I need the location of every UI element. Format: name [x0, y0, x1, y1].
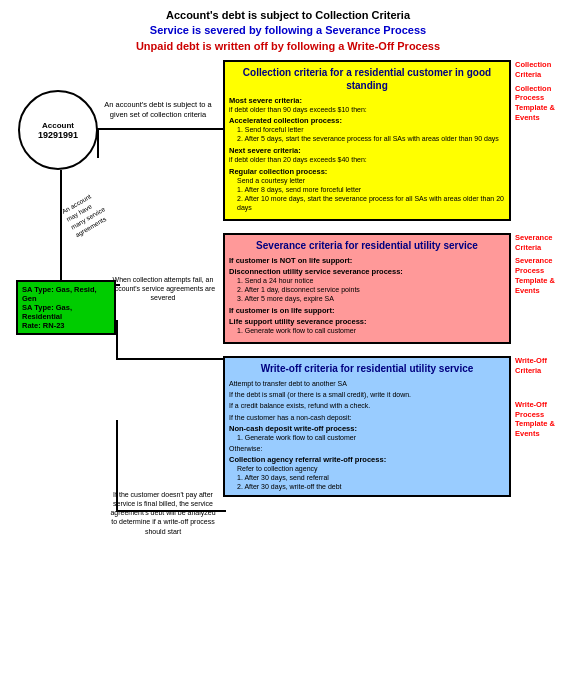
callout-writeoff: If the customer doesn't pay after servic…: [108, 490, 218, 535]
writeoff-item4-process: Non-cash deposit write-off process:: [229, 424, 505, 433]
writeoff-item4-body: 1. Generate work flow to call customer: [229, 433, 505, 442]
arrow-to-writeoff: [116, 420, 118, 510]
most-severe-header: Most severe criteria:: [229, 96, 505, 105]
header-line1: Account's debt is subject to Collection …: [8, 8, 568, 23]
collection-box: Collection criteria for a residential cu…: [223, 60, 511, 221]
header-line3: Unpaid debt is written off by following …: [8, 39, 568, 54]
severance-section: Severance criteria for residential utili…: [223, 233, 568, 344]
collection-labels: Collection Criteria Collection Process T…: [513, 60, 568, 123]
severance-box-title: Severance criteria for residential utili…: [229, 239, 505, 252]
collection-label1: Collection Criteria: [515, 60, 568, 80]
regular-body: Send a courtesy letter 1. After 8 days, …: [229, 176, 505, 212]
sa-line2: SA Type: Gas, Residential: [22, 303, 110, 321]
writeoff-box: Write-off criteria for residential utili…: [223, 356, 511, 497]
main-container: Account's debt is subject to Collection …: [0, 0, 576, 690]
severance-box: Severance criteria for residential utili…: [223, 233, 511, 344]
most-severe-body: if debt older than 90 days exceeds $10 t…: [229, 105, 505, 114]
next-severe-section: Next severe criteria: if debt older than…: [229, 146, 505, 211]
sa-box: SA Type: Gas, Resid, Gen SA Type: Gas, R…: [16, 280, 116, 335]
writeoff-item3: If a credit balance exists, refund with …: [229, 401, 505, 410]
writeoff-box-wrapper: Write-off criteria for residential utili…: [223, 356, 511, 497]
accelerated-header: Accelerated collection process:: [229, 116, 505, 125]
next-severe-body: if debt older than 20 days exceeds $40 t…: [229, 155, 505, 164]
writeoff-item2: If the debt is small (or there is a smal…: [229, 390, 505, 399]
not-life-support-section: If customer is NOT on life support: Disc…: [229, 256, 505, 303]
not-life-support-body: 1. Send a 24 hour notice 2. After 1 day,…: [229, 276, 505, 303]
collection-section: Collection criteria for a residential cu…: [223, 60, 568, 221]
arrow-h-writeoff: [116, 510, 226, 512]
severance-label1: Severance Criteria: [515, 233, 568, 253]
writeoff-item1: Attempt to transfer debt to another SA: [229, 379, 505, 388]
writeoff-item4: If the customer has a non-cash deposit:: [229, 413, 505, 422]
collection-label2: Collection Process Template & Events: [515, 84, 568, 123]
next-severe-header: Next severe criteria:: [229, 146, 505, 155]
writeoff-label1: Write-Off Criteria: [515, 356, 568, 376]
writeoff-item5-body: Refer to collection agency 1. After 30 d…: [229, 464, 505, 491]
life-support-process: Life support utility severance process:: [229, 317, 505, 326]
most-severe-section: Most severe criteria: if debt older than…: [229, 96, 505, 143]
sa-line3: Rate: RN-23: [22, 321, 110, 330]
severance-labels: Severance Criteria Severance Process Tem…: [513, 233, 568, 296]
life-support-section: If customer is on life support: Life sup…: [229, 306, 505, 335]
writeoff-labels: Write-Off Criteria Write-Off Process Tem…: [513, 356, 568, 439]
not-life-support-process: Disconnection utility service severance …: [229, 267, 505, 276]
account-label: Account: [42, 121, 74, 130]
arrow-h-sev: [116, 358, 226, 360]
account-number: 19291991: [38, 130, 78, 140]
arrow-sa-sev: [116, 320, 118, 360]
callout-collection-attempts: When collection attempts fail, an accoun…: [108, 275, 218, 302]
writeoff-item5-process: Collection agency referral write-off pro…: [229, 455, 505, 464]
sa-line1: SA Type: Gas, Resid, Gen: [22, 285, 110, 303]
accelerated-body: 1. Send forceful letter 2. After 5 days,…: [229, 125, 505, 143]
callout-debt: An account's debt is subject to a given …: [103, 100, 213, 120]
life-support-header: If customer is on life support:: [229, 306, 505, 315]
collection-box-title: Collection criteria for a residential cu…: [229, 66, 505, 92]
writeoff-item5: Otherwise:: [229, 444, 505, 453]
writeoff-label2: Write-Off Process Template & Events: [515, 400, 568, 439]
header: Account's debt is subject to Collection …: [8, 8, 568, 54]
regular-header: Regular collection process:: [229, 167, 505, 176]
not-life-support-header: If customer is NOT on life support:: [229, 256, 505, 265]
severance-box-wrapper: Severance criteria for residential utili…: [223, 233, 511, 344]
diagonal-text: An accountmay havemany serviceagreements: [60, 168, 147, 240]
writeoff-box-title: Write-off criteria for residential utili…: [229, 362, 505, 375]
writeoff-section: Write-off criteria for residential utili…: [223, 356, 568, 497]
life-support-body: 1. Generate work flow to call customer: [229, 326, 505, 335]
severance-label2: Severance Process Template & Events: [515, 256, 568, 295]
arrow-to-sa: [60, 170, 62, 285]
account-circle: Account 19291991: [18, 90, 98, 170]
header-line2: Service is severed by following a Severa…: [8, 23, 568, 38]
arrow-h1: [97, 128, 227, 130]
collection-box-wrapper: Collection criteria for a residential cu…: [223, 60, 511, 221]
